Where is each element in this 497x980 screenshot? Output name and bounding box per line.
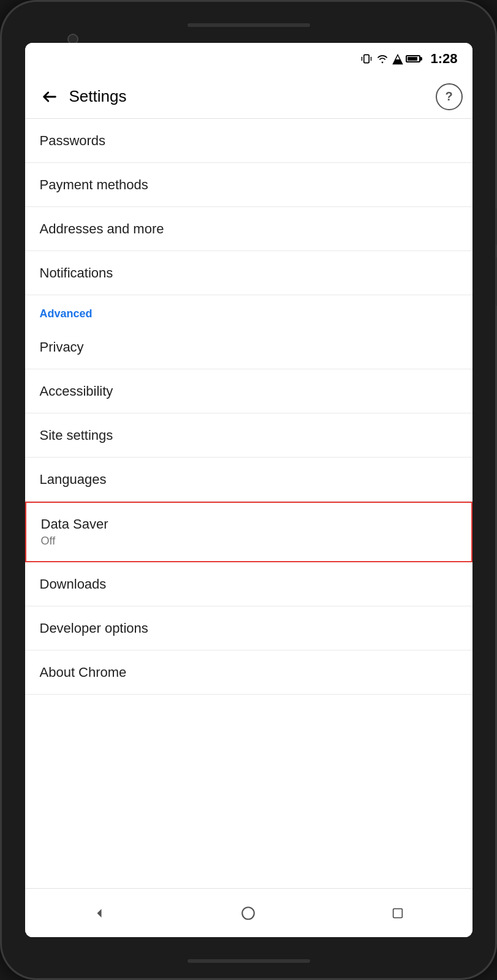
settings-item-title-developer-options: Developer options xyxy=(40,620,458,636)
settings-item-title-site-settings: Site settings xyxy=(40,428,458,443)
settings-item-title-privacy: Privacy xyxy=(40,339,458,355)
phone-notch xyxy=(188,23,310,27)
page-title: Settings xyxy=(69,87,436,106)
settings-item-passwords[interactable]: Passwords xyxy=(25,119,472,163)
svg-rect-4 xyxy=(371,59,372,61)
vibrate-icon xyxy=(360,53,373,65)
settings-item-title-languages: Languages xyxy=(40,472,458,488)
settings-item-title-data-saver: Data Saver xyxy=(41,516,457,532)
svg-rect-0 xyxy=(364,55,369,62)
settings-item-downloads[interactable]: Downloads xyxy=(25,562,472,606)
settings-item-payment-methods[interactable]: Payment methods xyxy=(25,163,472,207)
settings-item-title-downloads: Downloads xyxy=(40,576,458,592)
wifi-icon xyxy=(376,54,389,64)
settings-item-data-saver[interactable]: Data SaverOff xyxy=(25,502,472,562)
svg-rect-1 xyxy=(362,57,363,59)
settings-item-title-passwords: Passwords xyxy=(40,133,458,149)
settings-item-title-accessibility: Accessibility xyxy=(40,383,458,399)
status-bar: 1:28 xyxy=(25,43,472,75)
section-header-advanced: Advanced xyxy=(25,295,472,325)
svg-marker-6 xyxy=(393,55,403,64)
status-time: 1:28 xyxy=(430,51,457,67)
help-button[interactable]: ? xyxy=(436,83,463,110)
settings-list: PasswordsPayment methodsAddresses and mo… xyxy=(25,119,472,888)
settings-item-addresses[interactable]: Addresses and more xyxy=(25,207,472,251)
nav-bar xyxy=(25,888,472,937)
settings-item-title-about-chrome: About Chrome xyxy=(40,665,458,680)
battery-icon xyxy=(406,55,420,62)
nav-recent-button[interactable] xyxy=(379,895,416,932)
svg-rect-2 xyxy=(371,57,372,59)
svg-rect-3 xyxy=(362,59,363,61)
settings-item-languages[interactable]: Languages xyxy=(25,458,472,502)
back-button[interactable] xyxy=(35,82,64,111)
settings-item-title-notifications: Notifications xyxy=(40,265,458,281)
settings-item-accessibility[interactable]: Accessibility xyxy=(25,369,472,413)
status-icons: 1:28 xyxy=(360,51,457,67)
signal-icon xyxy=(392,54,402,64)
phone-screen: 1:28 Settings ? PasswordsPayment methods… xyxy=(25,43,472,937)
settings-item-developer-options[interactable]: Developer options xyxy=(25,606,472,650)
svg-point-8 xyxy=(243,907,255,919)
settings-item-privacy[interactable]: Privacy xyxy=(25,325,472,369)
settings-item-title-addresses: Addresses and more xyxy=(40,221,458,237)
settings-item-title-payment-methods: Payment methods xyxy=(40,177,458,193)
svg-rect-9 xyxy=(393,908,402,918)
settings-item-sub-data-saver: Off xyxy=(41,535,457,548)
nav-home-button[interactable] xyxy=(230,895,267,932)
phone-shell: 1:28 Settings ? PasswordsPayment methods… xyxy=(0,0,497,980)
svg-marker-7 xyxy=(97,909,102,918)
phone-bottom-bar xyxy=(188,959,310,963)
settings-item-notifications[interactable]: Notifications xyxy=(25,251,472,295)
settings-item-about-chrome[interactable]: About Chrome xyxy=(25,650,472,695)
nav-back-button[interactable] xyxy=(81,895,118,932)
app-bar: Settings ? xyxy=(25,75,472,119)
settings-item-site-settings[interactable]: Site settings xyxy=(25,413,472,458)
